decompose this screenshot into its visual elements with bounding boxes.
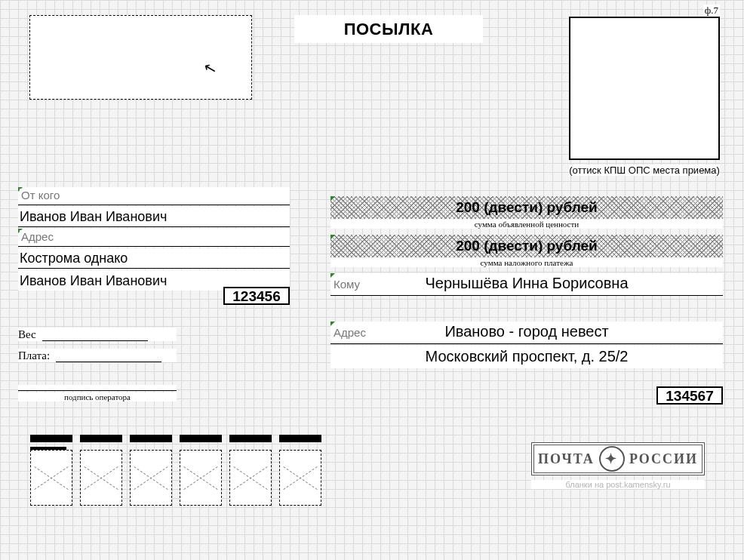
sender-dashed-box	[29, 15, 252, 100]
sender-addr-label: Адрес	[20, 230, 55, 243]
fee-label: Плата:	[18, 349, 50, 362]
recipient-name-block: Кому Чернышёва Инна Борисовна	[330, 273, 723, 297]
from-label: От кого	[20, 189, 61, 202]
index-topbar	[17, 435, 318, 442]
payment-value: 200 (двести) рублей	[451, 238, 602, 254]
index-cell	[80, 450, 122, 506]
fee-row: Плата:	[18, 349, 177, 362]
sender-index: 123456	[223, 287, 290, 305]
index-cells	[30, 450, 321, 506]
recipient-name: Чернышёва Инна Борисовна	[330, 275, 723, 292]
weight-label: Вес	[18, 328, 36, 340]
index-cell	[279, 450, 321, 506]
sender-addr-1: Кострома однако	[20, 251, 128, 266]
index-cell	[30, 450, 72, 506]
recipient-addr-block: Адрес Иваново - город невест Московский …	[330, 322, 723, 370]
weight-row: Вес	[18, 328, 177, 341]
index-cell	[130, 450, 172, 506]
eagle-emblem-icon: ✦	[599, 446, 625, 472]
operator-sig-line	[18, 385, 177, 391]
pochta-right: РОССИИ	[629, 451, 698, 467]
document-title: ПОСЫЛКА	[294, 15, 483, 43]
form-code: ф.7	[703, 5, 720, 17]
sender-block: От кого Иванов Иван Иванович Адрес Костр…	[18, 187, 290, 292]
stamp-box	[569, 17, 720, 160]
recipient-addr-2: Московский проспект, д. 25/2	[330, 348, 723, 365]
index-cell	[180, 450, 222, 506]
recipient-index: 134567	[656, 386, 723, 405]
sender-name: Иванов Иван Иванович	[20, 209, 167, 225]
pochta-left: ПОЧТА	[538, 451, 595, 467]
declared-value-caption: сумма объявленной ценности	[330, 220, 723, 229]
recipient-addr-1: Иваново - город невест	[330, 323, 723, 340]
index-cell	[229, 450, 272, 506]
stamp-caption: (оттиск КПШ ОПС места приема)	[569, 165, 720, 176]
operator-sig-caption: подпись оператора	[18, 392, 177, 402]
payment-value-bar: 200 (двести) рублей	[330, 235, 723, 257]
payment-value-caption: сумма наложного платежа	[330, 258, 723, 267]
declared-value-bar: 200 (двести) рублей	[330, 196, 723, 219]
pochta-rossii-stamp: ПОЧТА ✦ РОССИИ	[531, 442, 705, 475]
fee-line	[56, 352, 161, 362]
declared-value: 200 (двести) рублей	[451, 199, 602, 216]
sender-addr-2: Иванов Иван Иванович	[20, 273, 167, 289]
weight-line	[42, 331, 148, 341]
credit-line: бланки на post.kamensky.ru	[531, 480, 705, 489]
